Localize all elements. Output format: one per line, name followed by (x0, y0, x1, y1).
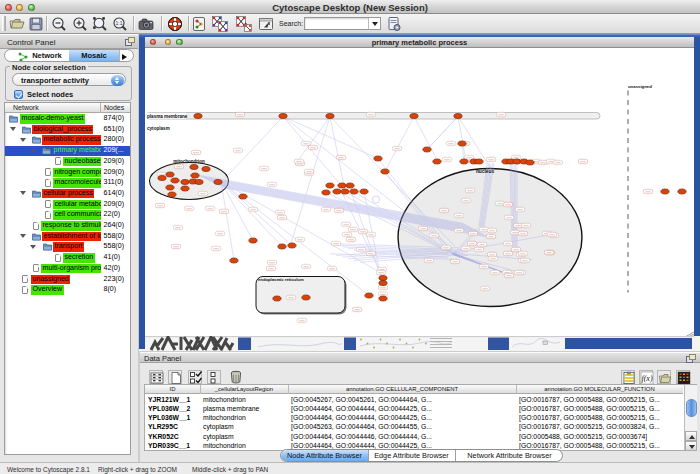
function-icon[interactable]: f(x) (639, 370, 653, 384)
zoom-out-icon[interactable] (50, 15, 68, 33)
expand-arrow-icon[interactable] (30, 245, 36, 249)
column-header[interactable]: _cellularLayoutRegion (200, 386, 288, 392)
tab-edge-attribute-browser[interactable]: Edge Attribute Browser (368, 450, 455, 462)
file-icon (45, 200, 51, 208)
tree-row-count: 209(... (104, 146, 124, 156)
table-cell: [GO:0005488, GO:0005215, GO:0003674] (519, 432, 682, 441)
tab-network-attribute-browser[interactable]: Network Attribute Browser (455, 450, 563, 462)
column-divider[interactable] (200, 385, 201, 394)
folder-icon (32, 233, 41, 241)
tree-row[interactable]: macromolecule metab311(0) (5, 178, 130, 189)
table-row[interactable]: YJR121W__1mitochondrion[GO:0045267, GO:0… (145, 395, 683, 404)
tree-row[interactable]: Overview8(0) (5, 285, 130, 296)
tree-row[interactable]: cellular metabolic pro209(0) (5, 199, 130, 210)
help-ring-icon[interactable] (166, 15, 184, 33)
tree-row[interactable]: cell communication22(0) (5, 210, 130, 221)
page-gear-icon[interactable] (385, 15, 403, 33)
network-frame-titlebar[interactable]: primary metabolic process (145, 37, 694, 48)
network-copy-icon[interactable] (235, 15, 253, 33)
tree-row-count: 558(0) (104, 232, 125, 242)
svg-text:f(x): f(x) (641, 374, 652, 383)
table-row[interactable]: YLR295Ccytoplasm[GO:0045263, GO:0044464,… (145, 422, 683, 431)
file-icon (22, 275, 28, 283)
tree-row[interactable]: nucleobase-containing209(0) (5, 156, 130, 167)
tree-row[interactable]: transport558(0) (5, 242, 130, 253)
app-title: Cytoscape Desktop (New Session) (0, 2, 700, 13)
frame-close-button[interactable] (150, 39, 157, 46)
attribute-table-header[interactable]: ID_cellularLayoutRegionannotation.GO CEL… (145, 385, 683, 394)
table-row[interactable]: YPL036W__2plasma membrane[GO:0044464, GO… (145, 404, 683, 413)
table-scrollbar[interactable] (684, 385, 697, 450)
column-divider[interactable] (516, 385, 517, 394)
color-attribute-dropdown[interactable]: transporter activity (12, 73, 126, 86)
tree-row[interactable]: metabolic process280(0) (5, 135, 130, 146)
table-row[interactable]: YKR052Ccytoplasm[GO:0044464, GO:0044446,… (145, 432, 683, 441)
camera-icon[interactable] (137, 15, 155, 33)
float-panel-icon[interactable] (125, 37, 135, 46)
tree-header[interactable]: Network Nodes (5, 103, 130, 113)
vizmapper-icon[interactable] (190, 15, 208, 33)
scroll-down-button[interactable] (685, 441, 697, 451)
status-message: Welcome to Cytoscape 2.8.1 (7, 466, 90, 473)
resize-grip[interactable] (686, 329, 694, 336)
search-input[interactable] (304, 17, 381, 30)
search-dropdown-button[interactable] (368, 18, 380, 29)
expand-arrow-icon[interactable] (20, 234, 26, 238)
tree-row[interactable]: multi-organism proce42(0) (5, 263, 130, 274)
tree-row[interactable]: mosaic-demo-yeast874(0) (5, 114, 130, 125)
tree-row-count: 209(0) (104, 200, 125, 210)
tree-row[interactable]: secretion41(0) (5, 253, 130, 264)
page-arrow-icon[interactable] (257, 15, 275, 33)
expand-arrow-icon[interactable] (20, 138, 26, 142)
tree-row[interactable]: nitrogen compound me209(0) (5, 167, 130, 178)
file-icon (55, 254, 61, 262)
column-header[interactable]: annotation.GO MOLECULAR_FUNCTION (516, 386, 683, 392)
import-folder-icon[interactable] (657, 370, 671, 384)
unified-icon[interactable] (207, 370, 221, 384)
tree-row[interactable]: biological_process651(0) (5, 124, 130, 135)
tab-mosaic[interactable]: Mosaic (69, 50, 119, 62)
expand-arrow-icon[interactable] (30, 149, 36, 153)
network-merge-icon[interactable] (211, 15, 229, 33)
toolbar-handle[interactable] (2, 16, 6, 31)
column-header[interactable]: ID (145, 386, 200, 392)
tab-network[interactable]: Network (5, 50, 69, 62)
tree-row[interactable]: establishment of local558(0) (5, 231, 130, 242)
float-data-panel-icon[interactable] (686, 354, 696, 363)
column-header[interactable]: annotation.GO CELLULAR_COMPONENT (288, 386, 516, 392)
tree-row[interactable]: cellular process614(0) (5, 188, 130, 199)
expand-arrow-icon[interactable] (10, 127, 16, 131)
frame-minimize-button[interactable] (165, 39, 172, 46)
new-attribute-icon[interactable] (168, 370, 182, 384)
tree-row-label: cell communication (53, 210, 101, 220)
open-folder-icon[interactable] (8, 15, 26, 33)
scrollbar-thumb[interactable] (686, 399, 697, 417)
zoom-in-icon[interactable] (71, 15, 89, 33)
frame-zoom-button[interactable] (176, 39, 183, 46)
tab-node-attribute-browser[interactable]: Node Attribute Browser (281, 450, 368, 462)
attribute-list-icon[interactable] (621, 370, 635, 384)
trash-icon[interactable] (229, 370, 243, 384)
tree-row[interactable]: response to stimulus264(0) (5, 221, 130, 232)
svg-text:1:1: 1:1 (116, 20, 123, 26)
save-icon[interactable] (27, 15, 45, 33)
zoom-selected-icon[interactable] (91, 15, 109, 33)
table-grid-icon[interactable] (149, 370, 163, 384)
table-row[interactable]: YPL036W__1mitochondrion[GO:0044464, GO:0… (145, 413, 683, 422)
zoom-fit-icon[interactable]: 1:1 (111, 15, 129, 33)
tree-col-divider[interactable] (100, 103, 101, 113)
tree-row-count: 209(0) (104, 168, 125, 178)
matrix-icon[interactable] (676, 370, 690, 384)
tree-row-count: 874(0) (104, 114, 125, 124)
tree-row[interactable]: primary metabolic process209(... (5, 146, 130, 157)
scroll-up-button[interactable] (685, 431, 697, 441)
table-cell: [GO:0016787, GO:0005488, GO:0005215, G..… (519, 395, 682, 404)
tree-row-label: unassigned (31, 275, 70, 285)
window-titlebar: Cytoscape Desktop (New Session) (0, 0, 700, 14)
column-divider[interactable] (288, 385, 289, 394)
select-attributes-icon[interactable] (188, 370, 202, 384)
select-nodes-checkbox[interactable] (14, 90, 23, 99)
tree-row[interactable]: unassigned223(0) (5, 274, 130, 285)
network-canvas[interactable]: plasma membranecytoplasmmitochondrionnuc… (145, 48, 694, 337)
expand-arrow-icon[interactable] (20, 191, 26, 195)
